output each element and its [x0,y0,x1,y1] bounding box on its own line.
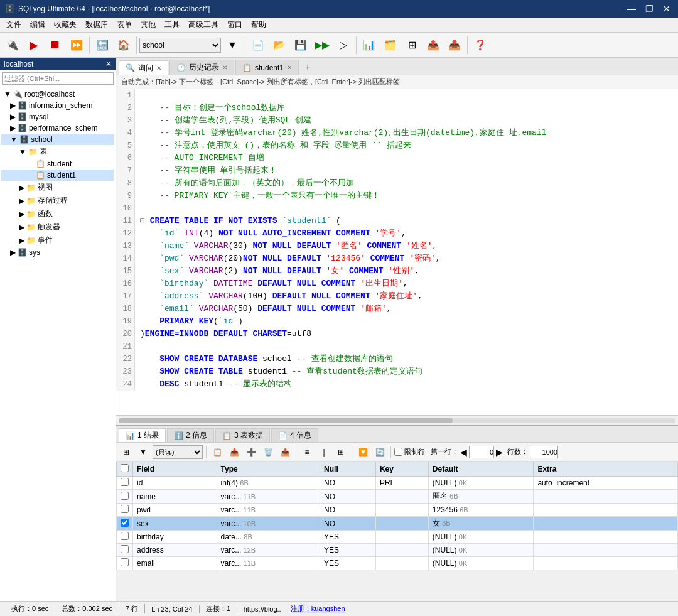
col-type-header[interactable]: Type [217,462,320,477]
result-filter-button[interactable]: 🔽 [355,445,370,460]
result-cols-button[interactable]: | [316,445,331,460]
table-row[interactable]: address varc... 12B YES (NULL) 0K [117,544,678,557]
table-row[interactable]: email varc... 11B YES (NULL) 0K [117,557,678,570]
tree-functions-folder[interactable]: ▶ 📁 函数 [1,207,114,220]
limit-checkbox[interactable] [394,448,402,456]
result-tab-3[interactable]: 📋 3 表数据 [215,428,270,442]
tab-query-close[interactable]: ✕ [156,65,161,72]
row-checkbox[interactable] [121,558,129,566]
row-checkbox[interactable] [121,532,129,540]
table-row[interactable]: sex varc... 10B NO 女 3B [117,517,678,531]
col-checkbox-header[interactable] [117,462,133,477]
tree-student1[interactable]: 📋 student1 [1,170,114,181]
result-tab-4[interactable]: 📄 4 信息 [271,428,318,442]
menu-help[interactable]: 帮助 [247,18,270,31]
first-row-input[interactable] [469,446,494,458]
result-table-container[interactable]: Field Type Null Key Default Extra id int… [116,462,678,601]
tree-procedures-folder[interactable]: ▶ 📁 存储过程 [1,194,114,207]
row-checkbox[interactable] [121,505,129,513]
tree-information-schema[interactable]: ▶ 🗄️ information_schem [1,100,114,111]
result-export-button[interactable]: 📤 [277,445,293,460]
select-all-checkbox[interactable] [121,464,129,472]
tree-tables-folder[interactable]: ▼ 📁 表 [1,145,114,158]
row-checkbox[interactable] [121,478,129,486]
row-checkbox-cell[interactable] [117,490,133,504]
table-row[interactable]: birthday date... 8B YES (NULL) 0K [117,531,678,544]
col-extra-header[interactable]: Extra [534,462,678,477]
menu-edit[interactable]: 编辑 [26,18,49,31]
add-tab-button[interactable]: + [300,60,315,75]
result-rows-button[interactable]: ≡ [299,445,315,460]
row-checkbox[interactable] [121,492,129,500]
tab-history-close[interactable]: ✕ [222,64,227,71]
new-query-button[interactable]: 📄 [248,35,268,55]
limit-row-check[interactable]: 限制行 [394,447,425,457]
dropdown-button[interactable]: ▼ [222,35,242,55]
result-delete-button[interactable]: 🗑️ [261,445,276,460]
row-checkbox-cell[interactable] [117,544,133,557]
execute-button[interactable]: ▶ [24,35,44,55]
import-button[interactable]: 📥 [444,35,465,55]
table-row[interactable]: pwd varc... 11B NO 123456 6B [117,504,678,517]
menu-database[interactable]: 数据库 [82,18,112,31]
result-paste-button[interactable]: 📥 [227,445,242,460]
stop-button[interactable]: ⏹ [45,35,65,55]
maximize-button[interactable]: ❐ [643,4,655,14]
result-copy-button[interactable]: 📋 [210,445,225,460]
database-select[interactable]: school [139,38,221,53]
tree-views-folder[interactable]: ▶ 📁 视图 [1,181,114,194]
menu-file[interactable]: 文件 [3,18,25,31]
first-row-prev[interactable]: ◀ [460,447,467,457]
export-button[interactable]: 📤 [423,35,443,55]
tree-student[interactable]: 📋 student [1,158,114,170]
close-button[interactable]: ✕ [660,4,673,14]
row-checkbox-cell[interactable] [117,504,133,517]
sql-editor-scroll[interactable]: 123456789101112131415161718192021222324 … [116,89,678,415]
rows-input[interactable] [530,446,558,458]
editor-hscrollbar[interactable] [116,415,678,425]
home-button[interactable]: 🏠 [114,35,134,55]
result-dropdown-button[interactable]: ▼ [136,445,151,460]
new-connection-button[interactable]: 🔌 [3,35,23,55]
row-checkbox-cell[interactable] [117,477,133,490]
result-grid2-button[interactable]: ⊞ [333,445,348,460]
result-mode-select[interactable]: (只读) [153,445,203,459]
first-row-next[interactable]: ▶ [496,447,503,457]
run-all-button[interactable]: ▶▶ [312,35,332,55]
table-button[interactable]: 📊 [359,35,379,55]
sidebar-filter-input[interactable] [2,72,114,85]
tree-sys[interactable]: ▶ 🗄️ sys [1,247,114,258]
tree-events-folder[interactable]: ▶ 📁 事件 [1,234,114,247]
row-checkbox-cell[interactable] [117,531,133,544]
col-default-header[interactable]: Default [428,462,534,477]
tab-student1[interactable]: 📋 student1 ✕ [235,60,299,75]
menu-window[interactable]: 窗口 [223,18,246,31]
save-button[interactable]: 💾 [291,35,311,55]
result-tab-2[interactable]: ℹ️ 2 信息 [167,428,214,442]
tab-query[interactable]: 🔍 询问 ✕ [119,60,168,75]
col-key-header[interactable]: Key [375,462,428,477]
row-checkbox[interactable] [121,545,129,553]
back-button[interactable]: 🔙 [92,35,112,55]
sidebar-close-button[interactable]: ✕ [105,60,112,68]
tab-student1-close[interactable]: ✕ [287,64,292,71]
menu-tools[interactable]: 工具 [161,18,183,31]
table-row[interactable]: name varc... 11B NO 匿名 6B [117,490,678,504]
status-link[interactable]: 注册：kuangshen [291,604,345,613]
result-grid-button[interactable]: ⊞ [119,445,134,460]
schema-button[interactable]: 🗂️ [380,35,401,55]
tree-performance-schema[interactable]: ▶ 🗄️ performance_schem [1,122,114,134]
sql-editor[interactable]: 123456789101112131415161718192021222324 … [116,89,678,415]
open-file-button[interactable]: 📂 [269,35,289,55]
menu-bookmarks[interactable]: 收藏夹 [50,18,80,31]
run-selected-button[interactable]: ▷ [333,35,353,55]
code-content[interactable]: -- 目标：创建一个school数据库 -- 创建学生表(列,字段) 使用SQL… [137,89,678,415]
row-checkbox-cell[interactable] [117,517,133,531]
row-checkbox-cell[interactable] [117,557,133,570]
result-add-button[interactable]: ➕ [244,445,259,460]
menu-other[interactable]: 其他 [137,18,159,31]
tree-triggers-folder[interactable]: ▶ 📁 触发器 [1,220,114,234]
forward-button[interactable]: ⏩ [67,35,87,55]
result-refresh-button[interactable]: 🔄 [372,445,387,460]
menu-table[interactable]: 表单 [113,18,136,31]
